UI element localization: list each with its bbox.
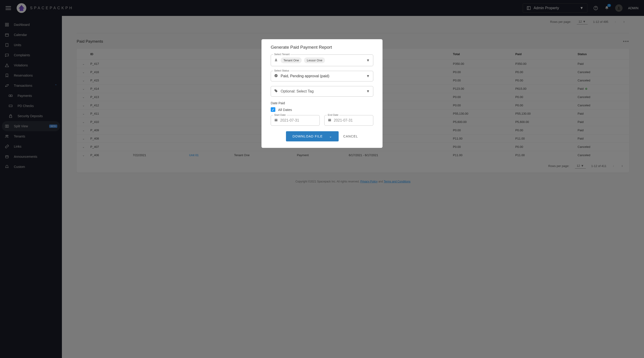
- chevron-down-icon: ▼: [366, 58, 370, 62]
- chevron-down-icon: ▼: [366, 74, 370, 78]
- start-date-value: 2021-07-31: [280, 118, 299, 123]
- tenant-label: Select Tenant: [273, 53, 290, 56]
- modal-title: Generate Paid Payment Report: [271, 45, 373, 50]
- tag-select[interactable]: Optional: Select Tag ▼: [271, 86, 373, 97]
- svg-point-26: [274, 74, 278, 77]
- tenant-chip[interactable]: Lessor One: [304, 57, 325, 63]
- start-date-label: Start Date: [273, 114, 287, 116]
- tag-placeholder: Optional: Select Tag: [281, 89, 314, 93]
- date-section-title: Date Paid: [271, 101, 373, 105]
- status-value: Paid, Pending approval (paid): [281, 74, 330, 78]
- check-circle-icon: [274, 74, 278, 78]
- all-dates-checkbox[interactable]: ✓: [271, 107, 275, 112]
- end-date-value: 2021-07-31: [334, 118, 353, 123]
- svg-point-27: [275, 90, 275, 90]
- modal-overlay[interactable]: Generate Paid Payment Report Select Tena…: [0, 0, 644, 358]
- tenant-chip[interactable]: Tenant One: [281, 57, 302, 63]
- person-icon: [274, 58, 278, 63]
- cancel-button[interactable]: CANCEL: [343, 135, 358, 138]
- chevron-down-icon: ▼: [366, 89, 370, 93]
- status-select[interactable]: Select Status Paid, Pending approval (pa…: [271, 71, 373, 81]
- tag-icon: [274, 89, 278, 94]
- start-date-input[interactable]: Start Date 2021-07-31: [271, 115, 320, 126]
- chevron-down-icon: ⌄: [329, 135, 332, 138]
- status-label: Select Status: [273, 69, 290, 72]
- calendar-icon: [328, 118, 332, 123]
- all-dates-label: All Dates: [278, 108, 292, 112]
- calendar-icon: [274, 118, 278, 123]
- report-modal: Generate Paid Payment Report Select Tena…: [262, 39, 382, 148]
- svg-rect-28: [275, 119, 278, 121]
- svg-rect-30: [328, 119, 331, 121]
- end-date-input[interactable]: End Date 2021-07-31: [324, 115, 373, 126]
- tenant-select[interactable]: Select Tenant Tenant One Lessor One ▼: [271, 54, 373, 66]
- end-date-label: End Date: [327, 114, 339, 116]
- svg-point-25: [275, 59, 276, 60]
- download-button[interactable]: DOWNLOAD FILE ⌄: [286, 131, 339, 141]
